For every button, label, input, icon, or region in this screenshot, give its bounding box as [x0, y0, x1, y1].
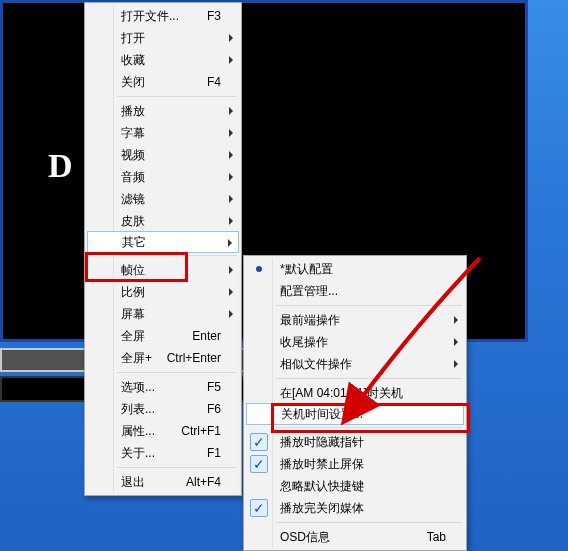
submenu-disable-screensaver[interactable]: ✓ 播放时禁止屏保: [246, 453, 464, 475]
submenu-close-media[interactable]: ✓ 播放完关闭媒体: [246, 497, 464, 519]
shortcut: Alt+F4: [186, 471, 221, 493]
shortcut: F3: [207, 5, 221, 27]
menu-other[interactable]: 其它: [87, 231, 239, 253]
shortcut: Enter: [192, 325, 221, 347]
chevron-right-icon: [229, 129, 233, 137]
menu-options[interactable]: 选项... F5: [87, 376, 239, 398]
menu-label: 选项...: [121, 380, 155, 394]
submenu-shutdown-time-set[interactable]: 关机时间设置...: [246, 403, 464, 425]
menu-label: 在[AM 04:01:01]时关机: [280, 386, 403, 400]
menu-list[interactable]: 列表... F6: [87, 398, 239, 420]
menu-label: 全屏: [121, 329, 145, 343]
menu-props[interactable]: 属性... Ctrl+F1: [87, 420, 239, 442]
chevron-right-icon: [229, 34, 233, 42]
menu-label: 屏幕: [121, 307, 145, 321]
chevron-right-icon: [454, 338, 458, 346]
chevron-right-icon: [229, 310, 233, 318]
chevron-right-icon: [229, 266, 233, 274]
chevron-right-icon: [229, 217, 233, 225]
menu-play[interactable]: 播放: [87, 100, 239, 122]
chevron-right-icon: [454, 360, 458, 368]
menu-label: 打开文件...: [121, 9, 179, 23]
menu-label: 收藏: [121, 53, 145, 67]
menu-label: 帧位: [121, 263, 145, 277]
shortcut: F1: [207, 442, 221, 464]
menu-label: 播放时禁止屏保: [280, 457, 364, 471]
menu-label: 音频: [121, 170, 145, 184]
menu-label: 关机时间设置...: [281, 407, 363, 421]
submenu-similar-files[interactable]: 相似文件操作: [246, 353, 464, 375]
submenu-ignore-hotkeys[interactable]: 忽略默认快捷键: [246, 475, 464, 497]
menu-label: 比例: [121, 285, 145, 299]
shortcut: Ctrl+Enter: [167, 347, 221, 369]
shortcut: F6: [207, 398, 221, 420]
chevron-right-icon: [229, 195, 233, 203]
menu-exit[interactable]: 退出 Alt+F4: [87, 471, 239, 493]
menu-close[interactable]: 关闭 F4: [87, 71, 239, 93]
menu-fps[interactable]: 帧位: [87, 259, 239, 281]
check-icon: ✓: [250, 455, 268, 473]
menu-ratio[interactable]: 比例: [87, 281, 239, 303]
submenu-hide-pointer[interactable]: ✓ 播放时隐藏指针: [246, 431, 464, 453]
menu-audio[interactable]: 音频: [87, 166, 239, 188]
menu-label: 关闭: [121, 75, 145, 89]
menu-label: 打开: [121, 31, 145, 45]
menu-label: 字幕: [121, 126, 145, 140]
menu-video[interactable]: 视频: [87, 144, 239, 166]
menu-fullscreen-plus[interactable]: 全屏+ Ctrl+Enter: [87, 347, 239, 369]
chevron-right-icon: [228, 239, 232, 247]
shortcut: F4: [207, 71, 221, 93]
menu-label: 属性...: [121, 424, 155, 438]
shortcut: Tab: [427, 526, 446, 548]
chevron-right-icon: [229, 173, 233, 181]
shortcut: Ctrl+F1: [181, 420, 221, 442]
menu-label: 配置管理...: [280, 284, 338, 298]
submenu-osd[interactable]: OSD信息 Tab: [246, 526, 464, 548]
menu-open-file[interactable]: 打开文件... F3: [87, 5, 239, 27]
menu-label: 列表...: [121, 402, 155, 416]
menu-label: 播放: [121, 104, 145, 118]
submenu-default-config[interactable]: *默认配置: [246, 258, 464, 280]
chevron-right-icon: [229, 151, 233, 159]
menu-label: 皮肤: [121, 214, 145, 228]
chevron-right-icon: [229, 288, 233, 296]
chevron-right-icon: [454, 316, 458, 324]
submenu-front-action[interactable]: 最前端操作: [246, 309, 464, 331]
menu-about[interactable]: 关于... F1: [87, 442, 239, 464]
menu-label: 视频: [121, 148, 145, 162]
menu-label: 播放完关闭媒体: [280, 501, 364, 515]
menu-label: 忽略默认快捷键: [280, 479, 364, 493]
app-letter: D: [48, 147, 73, 185]
menu-label: 滤镜: [121, 192, 145, 206]
menu-screen[interactable]: 屏幕: [87, 303, 239, 325]
menu-label: 退出: [121, 475, 145, 489]
menu-subtitle[interactable]: 字幕: [87, 122, 239, 144]
chevron-right-icon: [229, 107, 233, 115]
menu-label: 相似文件操作: [280, 357, 352, 371]
menu-label: 收尾操作: [280, 335, 328, 349]
context-menu: 打开文件... F3 打开 收藏 关闭 F4 播放 字幕 视频 音频 滤镜 皮肤…: [84, 2, 242, 496]
menu-open[interactable]: 打开: [87, 27, 239, 49]
submenu-config-manager[interactable]: 配置管理...: [246, 280, 464, 302]
menu-label: 全屏+: [121, 351, 152, 365]
menu-label: 播放时隐藏指针: [280, 435, 364, 449]
check-icon: ✓: [250, 433, 268, 451]
menu-label: 最前端操作: [280, 313, 340, 327]
menu-filter[interactable]: 滤镜: [87, 188, 239, 210]
chevron-right-icon: [229, 56, 233, 64]
menu-label: 关于...: [121, 446, 155, 460]
submenu-tail-action[interactable]: 收尾操作: [246, 331, 464, 353]
menu-label: *默认配置: [280, 262, 333, 276]
radio-checked-icon: [256, 266, 262, 272]
shortcut: F5: [207, 376, 221, 398]
menu-favorites[interactable]: 收藏: [87, 49, 239, 71]
check-icon: ✓: [250, 499, 268, 517]
menu-skin[interactable]: 皮肤: [87, 210, 239, 232]
menu-label: OSD信息: [280, 530, 330, 544]
submenu-shutdown-at[interactable]: 在[AM 04:01:01]时关机: [246, 382, 464, 404]
menu-label: 其它: [122, 235, 146, 249]
menu-fullscreen[interactable]: 全屏 Enter: [87, 325, 239, 347]
submenu-other: *默认配置 配置管理... 最前端操作 收尾操作 相似文件操作 在[AM 04:…: [243, 255, 467, 551]
